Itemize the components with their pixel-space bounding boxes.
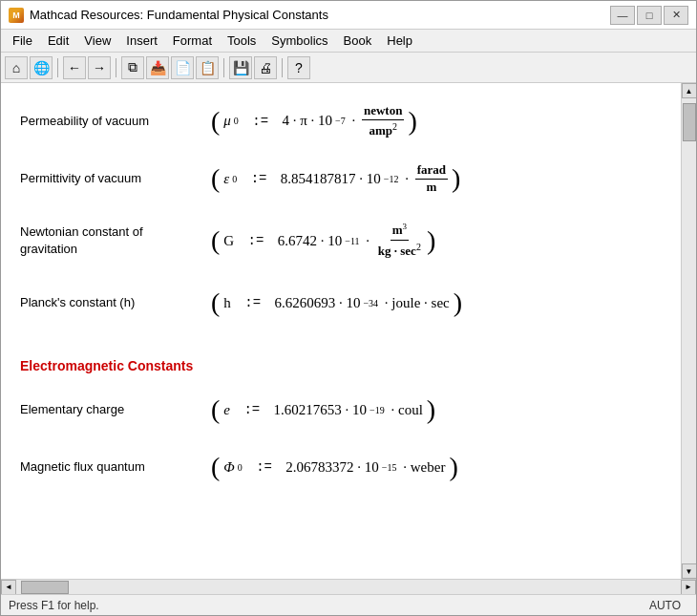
scroll-track-vertical[interactable]	[682, 98, 696, 563]
save-button[interactable]: 💾	[229, 56, 252, 79]
clipboard-button[interactable]: 📋	[196, 56, 219, 79]
globe-button[interactable]: 🌐	[30, 56, 53, 79]
exp-neg15: −15	[382, 462, 397, 473]
exp-neg7: −7	[335, 116, 346, 126]
close-button[interactable]: ✕	[664, 6, 688, 25]
constant-formula-elementary-charge: ( e := 1.60217653 · 10−19 · coul )	[211, 396, 662, 423]
horizontal-scrollbar: ◄ ►	[1, 579, 696, 594]
window-controls: — □ ✕	[610, 6, 688, 25]
constant-row-gravitation: Newtonian constant of gravitation ( G :=…	[20, 207, 662, 274]
scroll-down-arrow[interactable]: ▼	[682, 563, 697, 579]
left-paren-ec: (	[211, 396, 220, 423]
assign-op-perm: :=	[243, 171, 275, 186]
copy-button[interactable]: ⧉	[121, 56, 144, 79]
assign-op-mf: :=	[248, 459, 281, 475]
assign-op: :=	[244, 114, 277, 129]
fraction-den-m: m	[425, 180, 439, 196]
coefficient-ec: 1.60217653 · 10	[274, 402, 368, 418]
constant-formula-permeability: ( μ0 := 4 · π · 10−7 · newton amp2 )	[211, 103, 662, 139]
right-paren-ec: )	[427, 396, 435, 423]
menu-symbolics[interactable]: Symbolics	[264, 32, 335, 50]
scroll-left-arrow[interactable]: ◄	[1, 580, 16, 595]
menu-format[interactable]: Format	[165, 32, 220, 50]
mode-indicator: AUTO	[649, 599, 688, 612]
menu-edit[interactable]: Edit	[40, 32, 76, 50]
vertical-scrollbar: ▲ ▼	[681, 83, 696, 579]
toolbar-separator-1	[57, 58, 58, 77]
constant-formula-gravitation: ( G := 6.6742 · 10−11 · m3	[211, 222, 662, 259]
multiply-dot-perm: ·	[402, 171, 412, 187]
home-button[interactable]: ⌂	[5, 56, 28, 79]
constant-row-planck: Planck's constant (h) ( h := 6.6260693 ·…	[20, 274, 662, 331]
exp-neg11: −11	[345, 236, 359, 246]
minimize-button[interactable]: —	[610, 6, 635, 25]
constant-name-planck: Planck's constant (h)	[20, 294, 211, 311]
fraction-farad-m: farad m	[415, 162, 448, 196]
assign-op-ec: :=	[236, 402, 268, 417]
menu-view[interactable]: View	[76, 32, 118, 50]
constant-name-permittivity: Permittivity of vacuum	[20, 170, 211, 187]
scroll-up-arrow[interactable]: ▲	[682, 83, 697, 98]
epsilon-symbol: ε	[223, 171, 229, 187]
constant-formula-permittivity: ( ε0 := 8.854187817 · 10−12 · farad m )	[211, 162, 662, 196]
fraction-m3-kgsec2: m3 kg · sec2	[376, 222, 423, 259]
right-paren-grav: )	[427, 227, 435, 254]
assign-op-planck: :=	[237, 295, 269, 310]
toolbar-separator-3	[223, 58, 224, 77]
multiply-dot: ·	[348, 113, 359, 129]
constant-formula-planck: ( h := 6.6260693 · 10−34 · joule · sec )	[211, 289, 662, 316]
back-button[interactable]: ←	[63, 56, 86, 79]
coefficient-perm: 8.854187817 · 10	[281, 171, 381, 187]
scroll-thumb-horizontal[interactable]	[21, 581, 69, 594]
spacer	[20, 331, 662, 347]
help-text: Press F1 for help.	[9, 599, 99, 612]
formula-inner-ec: e := 1.60217653 · 10−19 · coul	[220, 402, 427, 418]
maximize-button[interactable]: □	[637, 6, 662, 25]
menu-file[interactable]: File	[5, 32, 40, 50]
fraction-num-farad: farad	[415, 162, 448, 180]
e-symbol: e	[223, 402, 230, 418]
fraction-denominator: amp2	[367, 120, 399, 139]
left-paren: (	[211, 108, 220, 135]
paste-button[interactable]: 📥	[146, 56, 169, 79]
menu-help[interactable]: Help	[379, 32, 420, 50]
section-electromagnetic-header: Electromagnetic Constants	[20, 347, 662, 381]
fraction-num-m3: m3	[391, 222, 409, 240]
scroll-track-horizontal[interactable]	[16, 580, 681, 594]
G-symbol: G	[223, 233, 234, 249]
constant-name-permeability: Permeability of vacuum	[20, 113, 211, 130]
toolbar: ⌂ 🌐 ← → ⧉ 📥 📄 📋 💾 🖨 ?	[1, 53, 696, 83]
unit-ec: · coul	[388, 402, 423, 418]
print-button[interactable]: 🖨	[254, 56, 277, 79]
toolbar-separator-2	[116, 58, 116, 77]
mu-symbol: μ	[223, 113, 231, 129]
doc-button[interactable]: 📄	[171, 56, 194, 79]
scroll-thumb-vertical[interactable]	[683, 103, 696, 141]
constant-name-elementary-charge: Elementary charge	[20, 401, 211, 418]
menu-tools[interactable]: Tools	[220, 32, 264, 50]
right-paren-mf: )	[449, 454, 457, 480]
menu-insert[interactable]: Insert	[118, 32, 165, 50]
fraction-numerator: newton	[362, 103, 404, 120]
scroll-right-arrow[interactable]: ►	[681, 580, 696, 595]
left-paren-mf: (	[211, 454, 220, 480]
subscript-0: 0	[234, 116, 239, 126]
left-paren-perm: (	[211, 165, 220, 192]
app-icon: M	[9, 8, 24, 23]
menu-book[interactable]: Book	[336, 32, 380, 50]
constant-row-permittivity: Permittivity of vacuum ( ε0 := 8.8541878…	[20, 150, 662, 207]
content-area[interactable]: Permeability of vacuum ( μ0 := 4 · π · 1…	[1, 83, 681, 579]
help-button[interactable]: ?	[287, 56, 310, 79]
forward-button[interactable]: →	[88, 56, 111, 79]
constant-name-magnetic-flux: Magnetic flux quantum	[20, 458, 211, 476]
formula-inner: μ0 := 4 · π · 10−7 · newton amp2	[220, 103, 408, 139]
left-paren-grav: (	[211, 227, 220, 254]
constant-formula-magnetic-flux: ( Φ0 := 2.06783372 · 10−15 · weber )	[211, 454, 662, 480]
formula-inner-mf: Φ0 := 2.06783372 · 10−15 · weber	[220, 459, 449, 476]
exp-neg34: −34	[363, 298, 378, 308]
title-bar: M Mathcad Resources: Fundamental Physica…	[1, 1, 696, 30]
constant-row-permeability: Permeability of vacuum ( μ0 := 4 · π · 1…	[20, 93, 662, 150]
main-area: Permeability of vacuum ( μ0 := 4 · π · 1…	[1, 83, 696, 579]
right-paren-planck: )	[454, 289, 462, 316]
coefficient-grav: 6.6742 · 10	[278, 233, 343, 249]
